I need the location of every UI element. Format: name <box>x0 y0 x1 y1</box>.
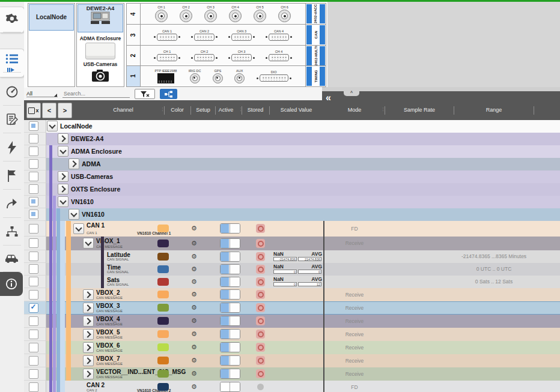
col-channel[interactable]: Channel <box>84 107 162 113</box>
stored-record-button[interactable] <box>256 265 265 274</box>
color-swatch[interactable] <box>157 383 169 391</box>
network-topology-icon[interactable] <box>0 220 24 244</box>
info-tab[interactable] <box>0 272 23 296</box>
search-input[interactable] <box>62 90 130 98</box>
channel-scope-dropdown[interactable]: All <box>26 91 58 97</box>
mode-value[interactable]: Receive <box>323 354 386 367</box>
slot-number-cell[interactable]: 3 <box>127 25 141 45</box>
expand-row-button[interactable] <box>58 133 68 144</box>
hardware-node-adma-enclosure[interactable]: ADMA Enclosure <box>77 35 124 41</box>
table-row-can-1[interactable]: CAN 1CAN 1VN1610 Channel 1⚙FD <box>24 221 560 237</box>
col-setup[interactable]: Setup <box>192 107 215 113</box>
mode-value[interactable]: Receive <box>323 301 386 315</box>
clear-filter-button[interactable] <box>135 89 155 99</box>
color-swatch[interactable] <box>157 343 169 351</box>
slot-number-cell[interactable]: 4 <box>127 4 141 24</box>
col-mode[interactable]: Mode <box>330 107 379 113</box>
color-swatch[interactable] <box>157 225 169 232</box>
row-checkbox[interactable] <box>29 238 38 248</box>
deselect-all-button[interactable]: x <box>26 103 41 118</box>
setup-gear-icon[interactable]: ⚙ <box>190 253 198 261</box>
collapse-row-button[interactable] <box>68 209 79 220</box>
row-checkbox[interactable] <box>29 330 38 339</box>
hardware-node-usb-cameras[interactable]: USB-Cameras <box>77 61 124 67</box>
range-value[interactable]: 0 UTC .. 0 UTC <box>443 263 545 276</box>
row-checkbox[interactable] <box>29 264 38 274</box>
row-checkbox[interactable] <box>29 197 38 207</box>
collapse-notch[interactable]: ^ <box>344 91 359 96</box>
slot-number-cell[interactable]: 2 <box>127 46 141 66</box>
color-swatch[interactable] <box>157 291 169 298</box>
active-toggle[interactable] <box>220 316 240 326</box>
expand-row-button[interactable] <box>58 184 68 194</box>
col-range[interactable]: Range <box>458 107 530 113</box>
color-swatch[interactable] <box>157 317 169 325</box>
group-view-button[interactable] <box>160 89 177 99</box>
setup-gear-icon[interactable]: ⚙ <box>190 357 198 364</box>
prev-column-button[interactable]: < <box>42 103 56 118</box>
stored-record-button[interactable] <box>256 343 265 352</box>
color-swatch[interactable] <box>157 240 169 247</box>
table-row-adma[interactable]: ADMA <box>24 158 560 170</box>
collapse-row-button[interactable] <box>83 238 94 249</box>
table-row-vbox-7[interactable]: CAN MESSAGEVBOX_7⚙Receive <box>24 354 560 367</box>
table-row-vbox-2[interactable]: CAN MESSAGEVBOX_2⚙Receive <box>24 288 560 301</box>
mode-value[interactable]: Receive <box>323 288 386 301</box>
active-toggle[interactable] <box>220 277 240 287</box>
color-swatch[interactable] <box>157 304 169 312</box>
row-checkbox[interactable] <box>29 369 38 379</box>
color-swatch[interactable] <box>157 357 169 364</box>
mode-value[interactable]: FD <box>323 381 386 392</box>
row-checkbox[interactable] <box>29 290 38 300</box>
row-checkbox[interactable] <box>29 277 38 286</box>
range-value[interactable]: -21474.8365 ...8365 Minutes <box>443 250 545 263</box>
table-row-vn1610[interactable]: VN1610 <box>24 208 560 221</box>
row-checkbox[interactable] <box>29 159 38 169</box>
stored-record-button[interactable] <box>256 303 265 312</box>
table-row-vn1610[interactable]: VN1610 <box>24 196 560 208</box>
measurement-gauge-icon[interactable] <box>0 80 24 104</box>
statistic-mode[interactable]: AVG <box>311 264 322 270</box>
trigger-lightning-icon[interactable] <box>0 136 24 160</box>
active-toggle[interactable] <box>220 303 240 313</box>
active-toggle[interactable] <box>220 223 240 234</box>
col-scaled-value[interactable]: Scaled Value <box>270 107 322 113</box>
mode-value[interactable]: Receive <box>323 341 386 354</box>
channel-list-icon[interactable] <box>0 47 24 71</box>
export-share-icon[interactable] <box>0 192 24 216</box>
active-toggle[interactable] <box>220 329 240 339</box>
table-row-vbox-1[interactable]: CAN MESSAGEVBOX_1⚙Receive <box>24 237 560 250</box>
mode-value[interactable]: FD <box>323 221 386 237</box>
col-sample-rate[interactable]: Sample Rate <box>389 107 449 113</box>
setup-gear-icon[interactable]: ⚙ <box>190 383 198 391</box>
setup-gear-icon[interactable]: ⚙ <box>190 330 198 338</box>
table-row-time[interactable]: CAN SIGNALTime⚙NaNAVG000 UTC .. 0 UTC <box>24 263 560 276</box>
active-toggle[interactable] <box>220 252 240 262</box>
mode-value[interactable]: Receive <box>323 328 386 341</box>
table-row-vbox-4[interactable]: CAN MESSAGEVBOX_4⚙Receive <box>24 315 560 328</box>
expand-row-button[interactable] <box>83 342 94 353</box>
expand-row-button[interactable] <box>83 355 94 366</box>
col-active[interactable]: Active <box>214 107 238 113</box>
hardware-node-dewe2-a4[interactable]: DEWE2-A4 <box>78 4 123 32</box>
table-row-vbox-5[interactable]: CAN MESSAGEVBOX_5⚙Receive <box>24 328 560 341</box>
stored-record-button[interactable] <box>256 239 265 248</box>
active-toggle[interactable] <box>220 289 240 300</box>
report-editor-icon[interactable] <box>0 107 24 131</box>
stored-record-button[interactable] <box>256 277 265 286</box>
table-row-oxts-enclosure[interactable]: OXTS Enclosure <box>24 183 560 196</box>
table-row-sats[interactable]: CAN SIGNALSats⚙NaNAVG0120 Sats .. 12 Sat… <box>24 276 560 288</box>
statistic-mode[interactable]: AVG <box>311 276 322 282</box>
table-row-adma-enclosure[interactable]: ADMA Enclosure <box>24 145 560 158</box>
row-checkbox[interactable] <box>29 172 38 181</box>
vehicle-car-icon[interactable] <box>0 246 24 270</box>
collapse-row-button[interactable] <box>73 223 84 234</box>
table-row-dewe2-a4[interactable]: DEWE2-A4 <box>24 133 560 145</box>
row-checkbox[interactable] <box>29 184 38 194</box>
slot-number-cell[interactable]: 1 <box>127 66 141 86</box>
hardware-node-localnode[interactable]: LocalNode <box>29 4 74 31</box>
color-swatch[interactable] <box>157 370 169 378</box>
row-checkbox[interactable] <box>29 210 38 219</box>
active-toggle[interactable] <box>220 382 240 392</box>
setup-gear-icon[interactable]: ⚙ <box>190 343 198 351</box>
